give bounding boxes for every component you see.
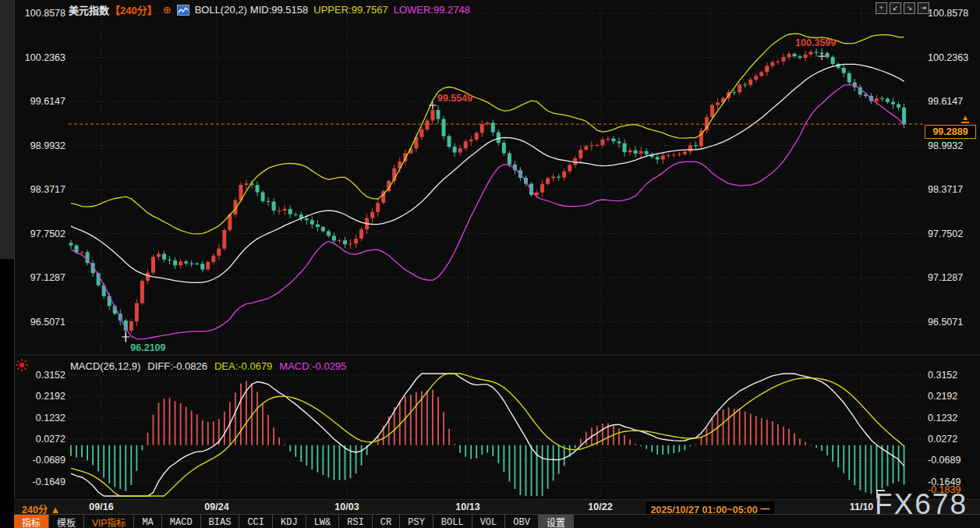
toolbar-button-BIAS[interactable]: BIAS [201, 515, 240, 528]
candle-body [667, 155, 670, 156]
period-badge[interactable]: 【240分】 [110, 2, 157, 17]
candle-body [464, 141, 468, 148]
toolbar-button-CR[interactable]: CR [373, 515, 400, 528]
toolbar-button-VOL[interactable]: VOL [472, 515, 506, 528]
price-tick-right: 99.6147 [928, 96, 978, 107]
candle-body [738, 85, 741, 93]
macd-tick-right: 0.0272 [928, 434, 978, 445]
price-tick-right: 100.2363 [928, 52, 978, 63]
candle-body [589, 145, 593, 146]
macd-tick-left: 0.1232 [16, 413, 65, 423]
candle-body [129, 321, 133, 331]
candle-body [151, 257, 155, 272]
toolbar-button-LW&[interactable]: LW& [306, 515, 340, 528]
candle-body [787, 54, 791, 57]
candle-body [442, 119, 446, 136]
toolbar-button-CCI[interactable]: CCI [239, 515, 273, 528]
zoom-out-pane-icon[interactable]: ↘ [904, 2, 915, 14]
candle-body [809, 52, 813, 55]
add-compare-icon[interactable]: ⊕ [163, 5, 172, 15]
indicator-settings-icon[interactable] [16, 359, 28, 371]
candle-body [453, 147, 457, 153]
price-tick-right: 96.5071 [928, 317, 978, 328]
candle-body [678, 154, 681, 155]
indicator-toolbar: 指标模板VIP指标MAMACDBIASCCIKDJLW&RSICRPSYBOLL… [14, 514, 980, 528]
macd-tick-right: 0.2192 [928, 391, 978, 402]
toolbar-button-BOLL[interactable]: BOLL [433, 515, 472, 528]
toolbar-button-KDJ[interactable]: KDJ [273, 515, 306, 528]
boll-upper-line [71, 34, 904, 234]
candle-body [611, 139, 615, 142]
candle-body [327, 231, 331, 236]
toolbar-button-PSY[interactable]: PSY [400, 515, 433, 528]
move-tool-icon[interactable]: + [876, 2, 887, 14]
candle-body [710, 105, 714, 118]
candle-body [267, 201, 271, 202]
candle-body [359, 229, 363, 239]
date-label: 09/16 [89, 501, 113, 512]
macd-tick-left: 0.0272 [16, 434, 65, 445]
toolbar-button-MA[interactable]: MA [134, 515, 161, 528]
candle-body [557, 177, 561, 178]
candle-body [628, 151, 632, 152]
candle-body [842, 68, 846, 73]
candle-body [140, 281, 144, 303]
candle-body [135, 303, 139, 321]
price-tick-right: 98.9932 [928, 140, 978, 151]
time-axis[interactable]: 09/1609/2410/0310/1310/2211/102025/10/27… [14, 499, 980, 515]
date-label: 11/10 [850, 501, 874, 512]
toolbar-button-设置[interactable]: 设置 [539, 515, 574, 528]
candle-body [606, 139, 610, 140]
candle-body [321, 227, 325, 231]
candle-body [354, 239, 358, 243]
candle-body [595, 145, 599, 146]
candle-body [475, 133, 479, 140]
boll-label[interactable]: BOLL(20,2) [195, 4, 247, 16]
candle-body [272, 202, 276, 211]
candle-body [891, 102, 895, 105]
candle-body [157, 254, 161, 257]
macd-name[interactable]: MACD(26,12,9) [70, 360, 140, 372]
toolbar-button-OBV[interactable]: OBV [505, 515, 539, 528]
candle-body [211, 256, 215, 262]
price-tick-left: 100.2363 [16, 52, 65, 63]
macd-tick-right: -0.0689 [928, 455, 978, 466]
candle-body [480, 124, 484, 133]
candle-body [448, 136, 451, 147]
candle-body [278, 211, 281, 211]
toolbar-button-RSI[interactable]: RSI [339, 515, 373, 528]
candle-body [732, 92, 736, 93]
macd-tick-left: -0.1649 [16, 477, 65, 487]
zoom-in-pane-icon[interactable]: ↙ [890, 2, 901, 14]
swing-high-marker-1 [429, 101, 437, 109]
date-label: 10/03 [334, 501, 359, 512]
candle-body [551, 177, 555, 179]
candle-body [425, 121, 429, 129]
candle-body [430, 110, 434, 121]
boll-lower-value: LOWER:99.2748 [394, 4, 470, 16]
toolbar-button-MACD[interactable]: MACD [162, 515, 201, 528]
candle-body [562, 172, 566, 178]
chart-style-icon[interactable] [177, 5, 189, 16]
swing-high-marker-2 [818, 52, 826, 60]
candle-body [200, 264, 204, 269]
macd-diff-line [71, 374, 904, 496]
price-tick-left: 97.7502 [16, 229, 65, 239]
toolbar-button-指标[interactable]: 指标 [14, 515, 49, 528]
toolbar-button-VIP指标[interactable]: VIP指标 [84, 515, 134, 528]
instrument-title: 美元指数 [69, 2, 109, 17]
candle-body [162, 254, 166, 260]
boll-upper-value: UPPER:99.7567 [313, 4, 387, 16]
price-tick-left: 100.8578 [16, 8, 65, 19]
candle-body [370, 212, 374, 218]
candle-body [897, 105, 900, 108]
price-tick-left: 99.6147 [16, 96, 65, 107]
candle-body [880, 98, 884, 99]
candle-body [437, 110, 440, 119]
candle-body [748, 80, 752, 85]
chart-canvas[interactable] [0, 0, 980, 528]
candle-body [376, 203, 380, 212]
toolbar-button-模板[interactable]: 模板 [49, 515, 84, 528]
price-tick-right: 98.3717 [928, 184, 978, 195]
candle-body [146, 273, 150, 282]
